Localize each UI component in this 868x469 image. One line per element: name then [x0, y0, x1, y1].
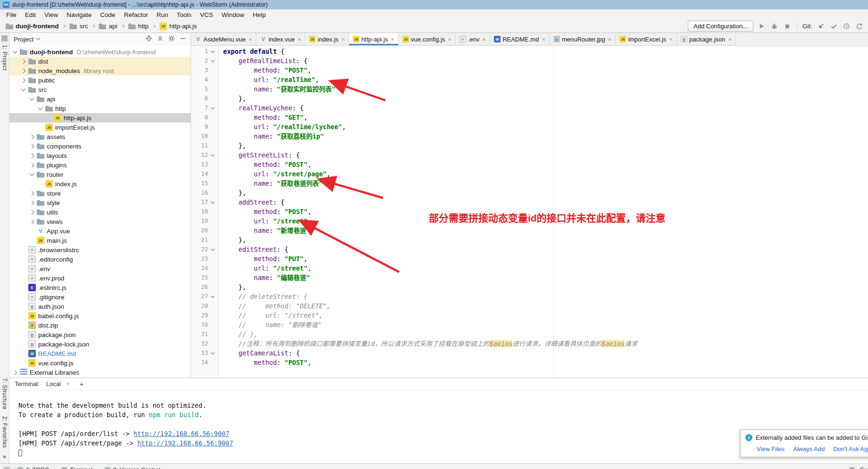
- fold-toggle[interactable]: [210, 150, 218, 160]
- menu-help[interactable]: Help: [249, 10, 270, 19]
- event-log-button[interactable]: Event Log: [849, 467, 868, 469]
- tree-item-vue-config-js[interactable]: vue.config.js: [9, 358, 191, 368]
- notification-action-dont-ask-again[interactable]: Don't Ask Agai: [833, 445, 868, 453]
- chevron-right-icon[interactable]: [30, 191, 34, 196]
- code-text[interactable]: // name: "删除巷道": [218, 320, 321, 329]
- close-icon[interactable]: [483, 36, 486, 42]
- tree-item-components[interactable]: components: [9, 141, 191, 151]
- terminal-output[interactable]: Note that the development build is not o…: [9, 390, 868, 463]
- fold-toggle[interactable]: [210, 103, 218, 113]
- status-version-control-button[interactable]: 9: Version Control: [105, 467, 160, 469]
- code-text[interactable]: getCameraList: {: [218, 348, 300, 358]
- stripe-project-button[interactable]: 1: Project: [1, 45, 8, 71]
- tree-item-api[interactable]: api: [9, 94, 191, 104]
- terminal-link[interactable]: http://192.168.66.56:9007: [137, 439, 233, 447]
- fold-toggle[interactable]: [210, 348, 218, 358]
- git-commit-check-icon[interactable]: [829, 22, 838, 31]
- chevron-right-icon[interactable]: [30, 200, 34, 205]
- tree-item-index-js[interactable]: index.js: [9, 179, 191, 189]
- favorites-star-icon[interactable]: [2, 453, 7, 460]
- tree-item-browserslistrc[interactable]: .browserslistrc: [9, 245, 191, 255]
- code-text[interactable]: },: [218, 282, 246, 292]
- tab-asidemenu-vue[interactable]: AsideMenu.vue: [191, 33, 256, 45]
- chevron-right-icon[interactable]: [30, 163, 34, 167]
- breadcrumb-duoji-frontend[interactable]: duoji-frontend: [5, 22, 59, 31]
- code-text[interactable]: addStreet: {: [218, 197, 284, 207]
- code-text[interactable]: method: "GET",: [218, 113, 308, 122]
- terminal-link[interactable]: http://192.168.66.56:9007: [134, 430, 229, 437]
- menu-refactor[interactable]: Refactor: [120, 10, 152, 19]
- tab-readme-md[interactable]: README.md: [490, 33, 550, 45]
- tree-item-package-json[interactable]: package.json: [9, 330, 191, 339]
- tree-item-dist[interactable]: dist: [9, 57, 191, 66]
- code-text[interactable]: getRealTimeList: {: [218, 56, 308, 66]
- code-text[interactable]: name: "新增巷道": [218, 226, 310, 235]
- fold-toggle[interactable]: [210, 197, 218, 207]
- tree-item-eslintrc-js[interactable]: .eslintrc.js: [9, 283, 191, 292]
- git-update-icon[interactable]: [817, 22, 825, 31]
- tree-item-utils[interactable]: utils: [9, 207, 191, 217]
- code-text[interactable]: // },: [218, 329, 258, 339]
- tab-package-json[interactable]: package.json: [677, 33, 736, 45]
- chevron-right-icon[interactable]: [13, 370, 17, 375]
- terminal-tab-local[interactable]: Local: [43, 379, 73, 388]
- new-terminal-session-button[interactable]: [76, 380, 86, 388]
- code-text[interactable]: method: "POST",: [218, 66, 311, 75]
- menu-edit[interactable]: Edit: [21, 10, 40, 19]
- code-text[interactable]: name: "获取实时监控列表": [218, 84, 335, 94]
- breadcrumb-http[interactable]: http: [127, 22, 150, 31]
- chevron-right-icon[interactable]: [21, 59, 26, 64]
- tab-menurouter-jpg[interactable]: menuRouter.jpg: [550, 33, 616, 45]
- add-configuration-button[interactable]: Add Configuration...: [688, 21, 753, 32]
- close-icon[interactable]: [298, 36, 301, 42]
- tab-importexcel-js[interactable]: importExcel.js: [616, 33, 677, 45]
- tab-env[interactable]: .env: [456, 33, 490, 45]
- fold-toggle[interactable]: [210, 56, 218, 66]
- tree-item-editorconfig[interactable]: .editorconfig: [9, 255, 191, 264]
- fold-toggle[interactable]: [210, 292, 218, 301]
- code-text[interactable]: realTimeLychee: {: [218, 103, 304, 113]
- tree-item-importexcel-js[interactable]: importExcel.js: [9, 123, 191, 132]
- tree-item-app-vue[interactable]: App.vue: [9, 226, 191, 236]
- code-text[interactable]: // deleteStreet: {: [218, 292, 308, 301]
- code-text[interactable]: url: "/realTime/lychee",: [218, 122, 346, 132]
- code-text[interactable]: },: [218, 188, 246, 197]
- breadcrumb-src[interactable]: src: [68, 22, 89, 31]
- tree-item-babel-config-js[interactable]: babel.config.js: [9, 311, 191, 321]
- code-text[interactable]: },: [218, 94, 246, 103]
- tree-item-node-modules[interactable]: node_moduleslibrary root: [9, 66, 191, 75]
- close-icon[interactable]: [608, 36, 612, 42]
- fold-toggle[interactable]: [210, 47, 218, 56]
- notification-action-always-add[interactable]: Always Add: [793, 445, 825, 453]
- status-todo-button[interactable]: 6: TODO: [17, 467, 50, 469]
- stop-button[interactable]: [783, 22, 792, 31]
- close-icon[interactable]: [249, 36, 252, 42]
- tree-item-duoji-frontend[interactable]: duoji-frontendD:\zheheWeb\duoji-frontend: [9, 47, 191, 57]
- tab-index-vue[interactable]: index.vue: [256, 33, 305, 45]
- tree-item-env-prod[interactable]: .env.prod: [9, 273, 191, 283]
- chevron-down-icon[interactable]: [30, 96, 34, 101]
- code-text[interactable]: url: "/realTime",: [218, 75, 319, 84]
- tree-item-views[interactable]: views: [9, 217, 191, 226]
- close-icon[interactable]: [67, 381, 70, 387]
- tree-item-style[interactable]: style: [9, 198, 191, 207]
- code-text[interactable]: url: "/street",: [218, 263, 311, 273]
- menu-run[interactable]: Run: [152, 10, 173, 19]
- code-text[interactable]: // url: "/street",: [218, 311, 323, 320]
- close-icon[interactable]: [728, 36, 732, 42]
- menu-file[interactable]: File: [2, 10, 21, 19]
- fold-toggle[interactable]: [210, 245, 218, 254]
- tree-item-external-libraries[interactable]: External Libraries: [9, 368, 191, 377]
- tree-item-auth-json[interactable]: auth.json: [9, 302, 191, 311]
- debug-bug-icon[interactable]: [770, 22, 779, 31]
- tree-item-http-api-js[interactable]: http-api.js: [9, 113, 191, 123]
- stripe-favorites-button[interactable]: 2: Favorites: [1, 416, 8, 448]
- chevron-down-icon[interactable]: [13, 49, 17, 54]
- tab-index-js[interactable]: index.js: [305, 33, 349, 45]
- tree-item-public[interactable]: public: [9, 75, 191, 85]
- tree-item-plugins[interactable]: plugins: [9, 160, 191, 170]
- menu-navigate[interactable]: Navigate: [62, 10, 96, 19]
- run-button[interactable]: [758, 22, 766, 31]
- chevron-right-icon[interactable]: [30, 153, 34, 158]
- chevron-right-icon[interactable]: [30, 210, 34, 214]
